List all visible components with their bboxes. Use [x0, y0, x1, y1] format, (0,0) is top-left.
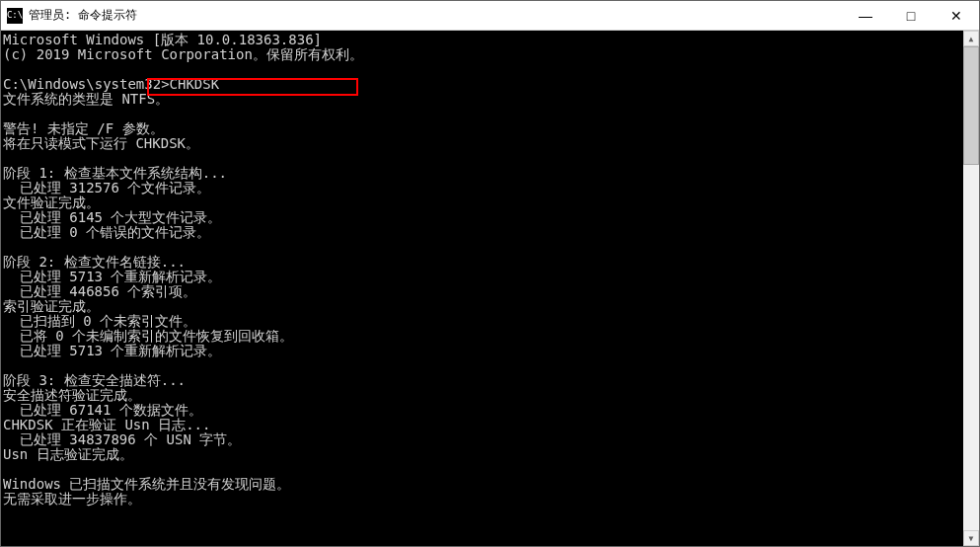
- terminal-line: [3, 462, 963, 477]
- cmd-icon: C:\: [7, 8, 23, 24]
- terminal-line: [3, 521, 963, 536]
- terminal-line: 已处理 6145 个大型文件记录。: [3, 210, 963, 225]
- maximize-button[interactable]: □: [888, 1, 934, 30]
- terminal-line: 索引验证完成。: [3, 299, 963, 314]
- terminal-line: Microsoft Windows [版本 10.0.18363.836]: [3, 33, 963, 47]
- terminal-line: [3, 107, 963, 121]
- terminal-line: 已处理 446856 个索引项。: [3, 284, 963, 299]
- terminal-line: CHKDSK 正在验证 Usn 日志...: [3, 418, 963, 432]
- window-title: 管理员: 命令提示符: [29, 7, 843, 24]
- terminal-line: C:\Windows\system32>CHKDSK: [3, 77, 963, 92]
- terminal-line: [3, 358, 963, 373]
- minimize-button[interactable]: —: [843, 1, 888, 30]
- scroll-down-button[interactable]: ▼: [963, 530, 979, 546]
- terminal-output[interactable]: Microsoft Windows [版本 10.0.18363.836](c)…: [1, 31, 963, 546]
- titlebar[interactable]: C:\ 管理员: 命令提示符 — □ ✕: [1, 1, 979, 31]
- terminal-line: Windows 已扫描文件系统并且没有发现问题。: [3, 477, 963, 492]
- terminal-line: [3, 62, 963, 77]
- terminal-line: 警告! 未指定 /F 参数。: [3, 121, 963, 136]
- terminal-line: 已处理 67141 个数据文件。: [3, 403, 963, 418]
- scrollbar-thumb[interactable]: [963, 46, 979, 165]
- scrollbar-track[interactable]: [963, 46, 979, 530]
- terminal-line: 阶段 2: 检查文件名链接...: [3, 255, 963, 270]
- terminal-line: 文件系统的类型是 NTFS。: [3, 92, 963, 107]
- terminal-area: Microsoft Windows [版本 10.0.18363.836](c)…: [1, 31, 979, 546]
- terminal-line: 文件验证完成。: [3, 195, 963, 210]
- terminal-line: 已扫描到 0 个未索引文件。: [3, 314, 963, 329]
- terminal-line: 将在只读模式下运行 CHKDSK。: [3, 136, 963, 151]
- terminal-line: 安全描述符验证完成。: [3, 388, 963, 403]
- terminal-line: Usn 日志验证完成。: [3, 447, 963, 462]
- terminal-line: 阶段 3: 检查安全描述符...: [3, 373, 963, 388]
- terminal-line: 阶段 1: 检查基本文件系统结构...: [3, 166, 963, 181]
- terminal-line: 已处理 312576 个文件记录。: [3, 181, 963, 195]
- scroll-up-button[interactable]: ▲: [963, 31, 979, 46]
- terminal-line: [3, 507, 963, 521]
- terminal-line: 已将 0 个未编制索引的文件恢复到回收箱。: [3, 329, 963, 344]
- close-button[interactable]: ✕: [934, 1, 979, 30]
- terminal-line: 无需采取进一步操作。: [3, 492, 963, 507]
- terminal-line: (c) 2019 Microsoft Corporation。保留所有权利。: [3, 47, 963, 62]
- vertical-scrollbar[interactable]: ▲ ▼: [963, 31, 979, 546]
- terminal-line: 已处理 0 个错误的文件记录。: [3, 225, 963, 240]
- terminal-line: 已处理 5713 个重新解析记录。: [3, 344, 963, 358]
- terminal-line: 已处理 34837896 个 USN 字节。: [3, 432, 963, 447]
- command-prompt-window: C:\ 管理员: 命令提示符 — □ ✕ Microsoft Windows […: [0, 0, 980, 547]
- terminal-line: [3, 240, 963, 255]
- window-controls: — □ ✕: [843, 1, 979, 30]
- terminal-line: 已处理 5713 个重新解析记录。: [3, 270, 963, 284]
- terminal-line: [3, 151, 963, 166]
